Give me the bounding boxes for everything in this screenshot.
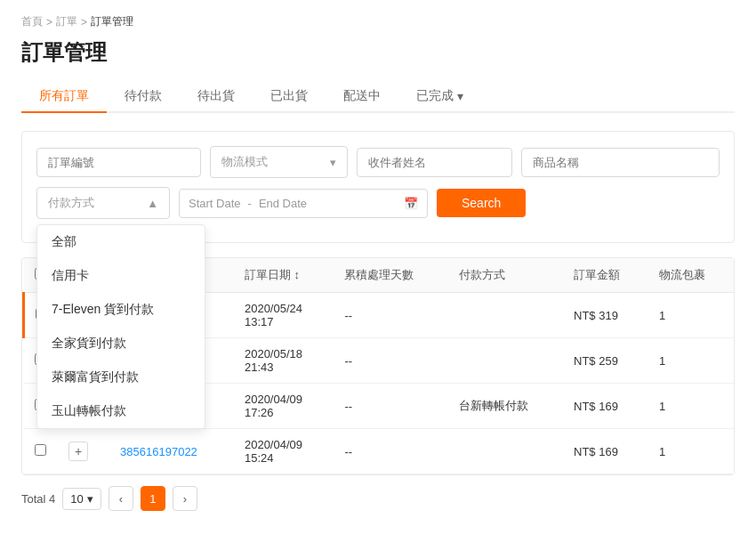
tab-completed-arrow-icon: ▾ [457,89,463,103]
filter-section: 物流模式 ▾ 付款方式 ▲ 全部 信用卡 7-Eleven 貨到付款 全家貨到付… [21,131,735,243]
payment-select-wrap: 付款方式 ▲ 全部 信用卡 7-Eleven 貨到付款 全家貨到付款 萊爾富貨到… [36,187,170,219]
breadcrumb-current: 訂單管理 [91,14,133,29]
tab-shipped[interactable]: 已出貨 [253,81,326,113]
filter-row-1: 物流模式 ▾ [36,146,720,178]
breadcrumb-home[interactable]: 首頁 [21,14,43,29]
payment-option-credit-card[interactable]: 信用卡 [37,259,205,293]
logistics-select-label: 物流模式 [221,154,268,170]
row-amount-cell: NT$ 169 [563,429,648,474]
payment-option-laidlawn[interactable]: 萊爾富貨到付款 [37,361,205,394]
order-number-input[interactable] [36,148,201,177]
row-payment-cell [448,338,563,384]
logistics-select[interactable]: 物流模式 ▾ [210,146,348,178]
tab-delivering[interactable]: 配送中 [326,81,398,113]
date-end-label: End Date [259,197,307,210]
per-page-select[interactable]: 10 ▾ [62,488,101,510]
row-amount-cell: NT$ 319 [563,293,648,338]
total-label: Total 4 [21,492,55,506]
date-range-picker[interactable]: Start Date - End Date 📅 [179,189,428,218]
product-input[interactable] [521,148,720,177]
tab-all[interactable]: 所有訂單 [21,81,107,113]
row-order-id-cell: 385616197022 [109,429,234,474]
th-logistics: 物流包裹 [648,258,734,293]
row-logistics-cell: 1 [648,293,734,338]
payment-option-familymart[interactable]: 全家貨到付款 [37,327,205,361]
calendar-icon: 📅 [404,197,418,210]
row-date-cell: 2020/04/0917:26 [234,384,334,429]
th-days: 累積處理天數 [334,258,448,293]
row-date-cell: 2020/04/0915:24 [234,429,334,474]
order-id-link-3[interactable]: 385616197022 [120,445,197,458]
search-button[interactable]: Search [437,189,526,217]
tab-completed[interactable]: 已完成 ▾ [398,81,481,113]
page-wrapper: 首頁 > 訂單 > 訂單管理 訂單管理 所有訂單 待付款 待出貨 已出貨 配送中… [0,0,756,551]
payment-select-arrow-icon: ▲ [147,197,158,210]
row-date-cell: 2020/05/1821:43 [234,338,334,384]
row-logistics-cell: 1 [648,384,734,429]
payment-option-7eleven[interactable]: 7-Eleven 貨到付款 [37,293,205,327]
payment-option-esun[interactable]: 玉山轉帳付款 [37,394,205,428]
breadcrumb-orders[interactable]: 訂單 [56,14,77,29]
payment-option-all[interactable]: 全部 [37,225,205,259]
page-1-button[interactable]: 1 [141,486,165,511]
th-order-date[interactable]: 訂單日期 ↕ [234,258,334,293]
row-expand-button-3[interactable]: + [68,442,88,461]
row-amount-cell: NT$ 169 [563,384,648,429]
th-payment: 付款方式 [448,258,563,293]
row-select-cell [24,429,59,474]
prev-page-button[interactable]: ‹ [109,486,133,511]
next-page-button[interactable]: › [173,486,197,511]
row-expand-cell: + [58,429,109,474]
row-days-cell: -- [334,429,448,474]
tab-pending-payment[interactable]: 待付款 [107,81,180,113]
date-start-label: Start Date [189,197,241,210]
row-payment-cell [448,293,563,338]
row-days-cell: -- [334,338,448,384]
logistics-dropdown-icon: ▾ [330,156,336,169]
filter-row-2: 付款方式 ▲ 全部 信用卡 7-Eleven 貨到付款 全家貨到付款 萊爾富貨到… [36,187,720,219]
tabs-bar: 所有訂單 待付款 待出貨 已出貨 配送中 已完成 ▾ [21,81,735,113]
row-amount-cell: NT$ 259 [563,338,648,384]
th-amount: 訂單金額 [563,258,648,293]
payment-dropdown: 全部 信用卡 7-Eleven 貨到付款 全家貨到付款 萊爾富貨到付款 玉山轉帳… [36,224,205,429]
sort-icon: ↕ [294,268,301,281]
per-page-value: 10 [70,492,83,506]
breadcrumb-sep2: > [81,16,87,28]
pagination-bar: Total 4 10 ▾ ‹ 1 › [21,475,735,522]
page-title: 訂單管理 [21,38,735,67]
table-row: + 385616197022 2020/04/0915:24 -- NT$ 16… [24,429,735,474]
row-date-cell: 2020/05/2413:17 [234,293,334,338]
per-page-arrow-icon: ▾ [87,492,93,506]
payment-select-label: 付款方式 [48,195,94,211]
receiver-input[interactable] [357,148,512,177]
breadcrumb-sep1: > [46,16,52,28]
row-logistics-cell: 1 [648,338,734,384]
payment-select[interactable]: 付款方式 ▲ [36,187,170,219]
row-payment-cell: 台新轉帳付款 [448,384,563,429]
breadcrumb: 首頁 > 訂單 > 訂單管理 [21,14,735,29]
row-days-cell: -- [334,384,448,429]
row-checkbox-3[interactable] [35,444,46,456]
row-logistics-cell: 1 [648,429,734,474]
date-separator: - [248,197,252,210]
row-days-cell: -- [334,293,448,338]
row-payment-cell [448,429,563,474]
tab-pending-ship[interactable]: 待出貨 [180,81,253,113]
